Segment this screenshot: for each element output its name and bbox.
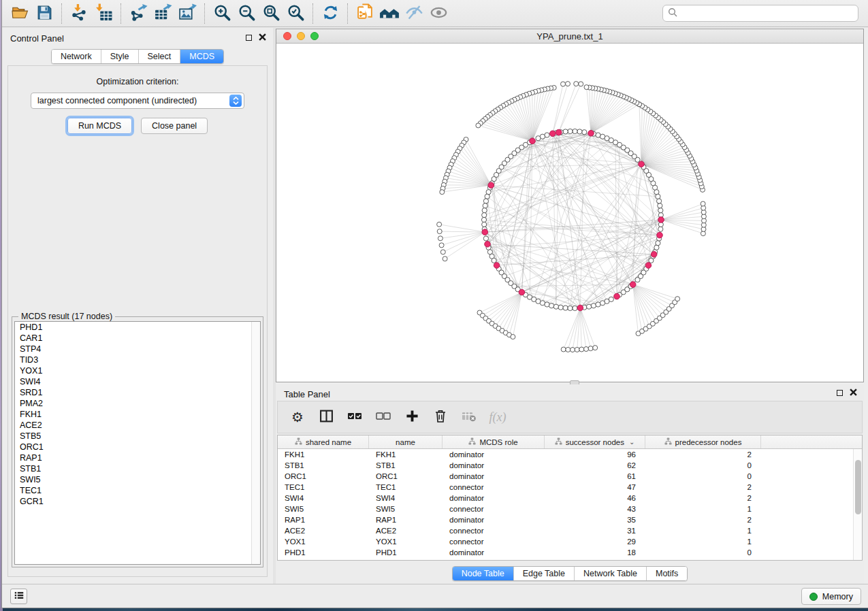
delete-columns-button[interactable] (429, 405, 452, 429)
float-table-panel-button[interactable] (835, 389, 843, 397)
network-mcds-node[interactable] (639, 161, 645, 167)
network-node[interactable] (482, 222, 487, 227)
export-image-button[interactable] (175, 2, 199, 25)
network-node[interactable] (439, 243, 444, 248)
network-node[interactable] (656, 241, 660, 246)
criterion-dropdown[interactable]: largest connected component (undirected) (31, 93, 244, 109)
mcds-result-item[interactable]: ORC1 (15, 442, 260, 452)
table-scrollbar-thumb[interactable] (855, 460, 861, 514)
close-panel-button[interactable] (258, 33, 266, 42)
save-session-button[interactable] (32, 2, 57, 25)
run-mcds-button[interactable]: Run MCDS (67, 118, 132, 134)
table-row[interactable]: ORC1ORC1dominator610 (278, 471, 853, 482)
network-mcds-node[interactable] (488, 182, 494, 188)
network-node[interactable] (600, 134, 605, 139)
network-node[interactable] (656, 194, 660, 199)
tab-mcds[interactable]: MCDS (180, 50, 223, 63)
column-header-shared-name[interactable]: shared name (278, 435, 369, 448)
export-table-button[interactable] (150, 2, 175, 25)
table-row[interactable]: YOX1YOX1connector291 (278, 536, 853, 547)
network-node[interactable] (568, 129, 573, 133)
table-row[interactable]: RAP1RAP1dominator352 (278, 514, 853, 525)
network-mcds-node[interactable] (630, 282, 636, 288)
network-node[interactable] (443, 257, 447, 261)
network-node[interactable] (574, 82, 579, 86)
mcds-result-item[interactable]: YOX1 (15, 365, 260, 376)
hide-selected-button[interactable] (402, 2, 426, 25)
import-network-button[interactable] (67, 2, 91, 25)
show-all-button[interactable] (426, 2, 451, 25)
table-row[interactable]: TEC1TEC1connector472 (278, 482, 853, 493)
network-node[interactable] (486, 190, 491, 195)
network-node[interactable] (553, 304, 558, 309)
table-row[interactable]: ACE2ACE2connector311 (278, 525, 853, 536)
network-node[interactable] (483, 236, 488, 241)
network-node[interactable] (536, 136, 541, 141)
mcds-result-item[interactable]: GCR1 (15, 496, 260, 507)
zoom-selected-button[interactable] (283, 2, 308, 25)
network-node[interactable] (437, 222, 442, 227)
mcds-result-list[interactable]: PHD1CAR1STP4TID3YOX1SWI4SRD1PMA2FKH1ACE2… (14, 321, 261, 565)
mcds-result-item[interactable]: SWI4 (15, 376, 260, 387)
clone-network-button[interactable] (353, 2, 377, 25)
tab-node-table[interactable]: Node Table (453, 567, 514, 580)
network-node[interactable] (658, 203, 662, 208)
network-mcds-node[interactable] (482, 229, 488, 235)
network-mcds-node[interactable] (550, 131, 556, 137)
network-node[interactable] (563, 129, 568, 134)
network-node[interactable] (483, 203, 487, 208)
table-row[interactable]: FKH1FKH1dominator962 (278, 449, 853, 460)
memory-button[interactable]: Memory (801, 588, 861, 605)
network-mcds-node[interactable] (645, 263, 652, 269)
task-history-button[interactable] (10, 589, 27, 604)
mcds-result-item[interactable]: STB5 (15, 431, 260, 442)
network-mcds-node[interactable] (519, 289, 525, 295)
table-row[interactable]: SWI5SWI5connector431 (278, 503, 853, 514)
network-mcds-node[interactable] (657, 232, 663, 238)
network-node[interactable] (492, 258, 496, 263)
first-neighbors-button[interactable] (377, 2, 402, 25)
float-panel-button[interactable] (244, 33, 253, 42)
network-node[interactable] (561, 82, 566, 86)
network-node[interactable] (483, 199, 488, 203)
network-node[interactable] (568, 306, 573, 310)
network-node[interactable] (593, 346, 598, 350)
network-canvas[interactable] (276, 44, 863, 382)
mcds-list-scrollbar[interactable] (251, 322, 260, 564)
network-node[interactable] (566, 82, 570, 86)
mcds-result-item[interactable]: PMA2 (15, 398, 260, 409)
network-mcds-node[interactable] (494, 263, 500, 269)
table-row[interactable]: SWI4SWI4dominator462 (278, 493, 853, 503)
mcds-result-item[interactable]: TID3 (15, 354, 260, 365)
network-mcds-node[interactable] (577, 305, 583, 311)
mcds-result-item[interactable]: RAP1 (15, 452, 260, 463)
network-node[interactable] (658, 227, 663, 231)
tab-network-table[interactable]: Network Table (575, 567, 647, 580)
network-node[interactable] (579, 82, 583, 86)
network-node[interactable] (596, 133, 600, 137)
network-node[interactable] (485, 194, 489, 199)
function-builder-button[interactable]: f(x) (486, 405, 509, 429)
network-node[interactable] (438, 236, 443, 241)
show-columns-button[interactable] (315, 405, 338, 429)
network-mcds-node[interactable] (556, 129, 562, 135)
tab-select[interactable]: Select (139, 50, 181, 63)
network-node[interactable] (482, 213, 487, 218)
mcds-result-item[interactable]: CAR1 (15, 333, 260, 344)
network-node[interactable] (563, 306, 568, 310)
table-scrollbar[interactable] (853, 449, 862, 560)
network-node[interactable] (476, 123, 481, 128)
network-node[interactable] (540, 301, 545, 306)
network-node[interactable] (440, 190, 445, 195)
network-node[interactable] (654, 245, 659, 250)
network-node[interactable] (558, 305, 563, 310)
tab-edge-table[interactable]: Edge Table (514, 567, 575, 580)
apply-layout-button[interactable] (318, 2, 342, 25)
mcds-result-item[interactable]: SRD1 (15, 387, 260, 398)
mcds-result-item[interactable]: FKH1 (15, 409, 260, 420)
network-node[interactable] (511, 335, 515, 340)
network-node[interactable] (482, 208, 487, 213)
network-node[interactable] (573, 306, 577, 310)
table-row[interactable]: PHD1PHD1dominator180 (278, 547, 853, 558)
network-node[interactable] (561, 347, 566, 352)
